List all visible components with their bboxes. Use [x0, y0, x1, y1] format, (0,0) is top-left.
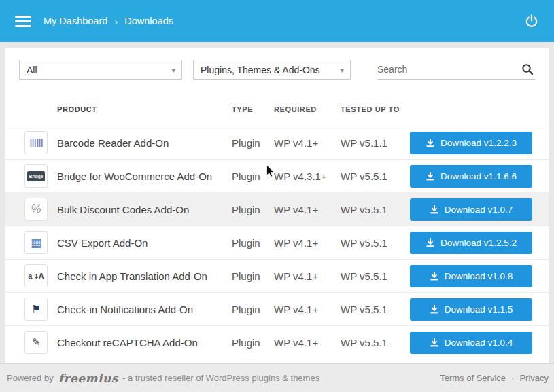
- header-required: Required: [274, 105, 341, 113]
- product-type: Plugin: [232, 337, 274, 349]
- required-version: WP v4.1+: [274, 137, 341, 149]
- table-row: ▦ CSV Export Add-On Plugin WP v4.1+ WP v…: [5, 226, 549, 260]
- download-button[interactable]: Download v1.0.4: [410, 332, 532, 354]
- download-button[interactable]: Download v1.2.2.3: [410, 132, 532, 154]
- product-type: Plugin: [232, 304, 274, 315]
- product-type: Plugin: [232, 237, 274, 249]
- filter-bar: All ▾ Plugins, Themes & Add-Ons ▾: [5, 48, 549, 92]
- breadcrumb-separator-icon: ›: [114, 16, 118, 27]
- download-button[interactable]: Download v1.0.7: [410, 198, 532, 221]
- search-icon[interactable]: [521, 63, 534, 78]
- download-button[interactable]: Download v1.2.5.2: [410, 232, 532, 254]
- required-version: WP v4.3.1+: [274, 171, 341, 182]
- product-name: Bulk Discount Codes Add-On: [57, 204, 232, 215]
- tested-version: WP v5.1.1: [341, 137, 410, 149]
- download-button[interactable]: Download v1.1.5: [410, 298, 532, 321]
- required-version: WP v4.1+: [274, 304, 341, 315]
- download-button[interactable]: Download v1.1.6.6: [410, 165, 532, 188]
- footer-tagline: - a trusted reseller of WordPress plugin…: [122, 373, 319, 383]
- footer: Powered by freemius - a trusted reseller…: [0, 363, 554, 392]
- spreadsheet-icon: ▦: [24, 231, 48, 254]
- footer-links: Terms of Service · Privacy: [440, 373, 549, 383]
- product-name: CSV Export Add-On: [57, 237, 232, 249]
- header-tested-up-to: Tested up to: [341, 105, 410, 113]
- notification-icon: ⚑: [24, 298, 48, 321]
- table-row: % Bulk Discount Codes Add-On Plugin WP v…: [5, 193, 549, 226]
- table-row: ⚑ Check-in Notifications Add-On Plugin W…: [5, 293, 549, 326]
- product-type: Plugin: [232, 270, 274, 282]
- tested-version: WP v5.5.1: [341, 237, 410, 249]
- breadcrumb: My Dashboard › Downloads: [44, 16, 173, 27]
- bridge-icon: Bridge: [24, 164, 48, 188]
- signature-icon: ✎: [24, 331, 48, 354]
- chevron-down-icon: ▾: [171, 65, 175, 74]
- module-filter-select[interactable]: All ▾: [19, 60, 182, 80]
- required-version: WP v4.1+: [274, 237, 341, 249]
- required-version: WP v4.1+: [274, 337, 341, 349]
- product-name: Bridge for WooCommerce Add-On: [57, 171, 232, 182]
- downloads-panel: All ▾ Plugins, Themes & Add-Ons ▾ Produc…: [5, 48, 549, 363]
- percent-icon: %: [24, 198, 48, 221]
- table-row: a↴A Check in App Translation Add-On Plug…: [5, 260, 549, 293]
- header-type: Type: [232, 105, 274, 113]
- powered-by-label: Powered by: [7, 373, 54, 383]
- privacy-link[interactable]: Privacy: [519, 373, 549, 383]
- hamburger-menu-icon[interactable]: [15, 13, 31, 30]
- freemius-logo[interactable]: freemius: [58, 372, 118, 385]
- tested-version: WP v5.5.1: [341, 204, 410, 215]
- table-header-row: Product Type Required Tested up to: [5, 92, 549, 126]
- tested-version: WP v5.5.1: [341, 304, 410, 315]
- product-name: Checkout reCAPTCHA Add-On: [57, 337, 232, 349]
- tested-version: WP v5.5.1: [341, 171, 410, 182]
- breadcrumb-my-dashboard[interactable]: My Dashboard: [44, 16, 107, 26]
- translation-icon: a↴A: [24, 264, 48, 287]
- barcode-icon: ⅢⅢ: [24, 131, 48, 154]
- required-version: WP v4.1+: [274, 270, 341, 282]
- type-filter-select[interactable]: Plugins, Themes & Add-Ons ▾: [193, 60, 351, 80]
- table-row: ✎ Checkout reCAPTCHA Add-On Plugin WP v4…: [5, 326, 549, 359]
- type-filter-value: Plugins, Themes & Add-Ons: [201, 65, 320, 75]
- search-field: [377, 60, 535, 80]
- chevron-down-icon: ▾: [340, 65, 344, 74]
- header-product: Product: [57, 105, 232, 113]
- breadcrumb-downloads[interactable]: Downloads: [124, 16, 173, 26]
- search-input[interactable]: [377, 60, 535, 79]
- product-name: Barcode Reader Add-On: [57, 137, 232, 149]
- product-type: Plugin: [232, 171, 274, 182]
- logout-power-icon[interactable]: [524, 14, 539, 29]
- product-type: Plugin: [232, 204, 274, 215]
- table-row: ⅢⅢ Barcode Reader Add-On Plugin WP v4.1+…: [5, 126, 549, 160]
- footer-link-separator: ·: [511, 373, 514, 383]
- product-name: Check in App Translation Add-On: [57, 270, 232, 282]
- product-type: Plugin: [232, 137, 274, 149]
- product-name: Check-in Notifications Add-On: [57, 304, 232, 315]
- module-filter-value: All: [27, 65, 37, 75]
- terms-of-service-link[interactable]: Terms of Service: [440, 373, 506, 383]
- tested-version: WP v5.5.1: [341, 337, 410, 349]
- required-version: WP v4.1+: [274, 204, 341, 215]
- tested-version: WP v5.5.1: [341, 270, 410, 282]
- top-bar: My Dashboard › Downloads: [0, 0, 554, 42]
- table-row: Bridge Bridge for WooCommerce Add-On Plu…: [5, 160, 549, 193]
- download-button[interactable]: Download v1.0.8: [410, 265, 532, 287]
